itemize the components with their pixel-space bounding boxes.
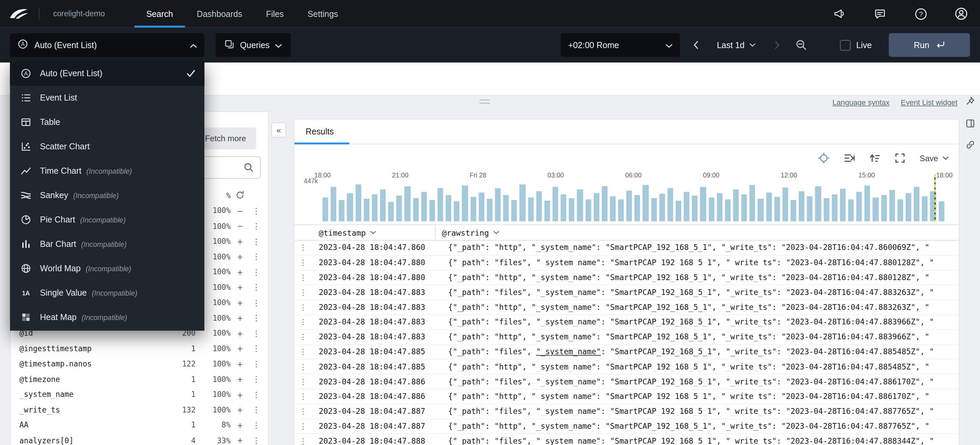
row-menu-button[interactable]: ⋮ (294, 437, 312, 445)
field-menu-button[interactable]: ⋮ (249, 252, 263, 261)
sort-icon[interactable] (870, 153, 881, 163)
field-menu-button[interactable]: ⋮ (249, 206, 263, 216)
view-menu-item-table[interactable]: Table (10, 110, 205, 134)
remove-field-button[interactable]: − (231, 206, 249, 216)
field-menu-button[interactable]: ⋮ (249, 359, 263, 369)
live-checkbox[interactable] (840, 40, 851, 50)
event-row[interactable]: ⋮2023-04-28 18:04:47.883{"_path": "files… (294, 315, 959, 330)
row-menu-button[interactable]: ⋮ (294, 243, 312, 252)
account-icon[interactable] (954, 6, 969, 21)
save-button[interactable]: Save (920, 153, 949, 163)
row-menu-button[interactable]: ⋮ (294, 332, 312, 342)
row-menu-button[interactable]: ⋮ (294, 392, 312, 401)
widgets-panel-icon[interactable] (964, 118, 975, 129)
field-menu-button[interactable]: ⋮ (249, 344, 263, 354)
add-field-button[interactable]: + (231, 298, 249, 307)
next-range-button[interactable] (769, 33, 785, 57)
column-menu-chevron-icon[interactable] (370, 230, 376, 234)
add-field-button[interactable]: + (231, 390, 249, 399)
pin-panel-icon[interactable] (964, 95, 975, 106)
field-menu-button[interactable]: ⋮ (249, 390, 263, 399)
row-menu-button[interactable]: ⋮ (294, 422, 312, 431)
add-field-button[interactable]: + (231, 375, 249, 384)
queries-button[interactable]: Queries (216, 33, 291, 57)
panel-splitter-handle[interactable] (479, 99, 490, 103)
field-menu-button[interactable]: ⋮ (249, 329, 263, 338)
event-row[interactable]: ⋮2023-04-28 18:04:47.885{"_path": "files… (294, 345, 959, 360)
collapse-fields-panel-button[interactable]: « (271, 122, 286, 138)
add-field-button[interactable]: + (231, 252, 249, 261)
view-selector-button[interactable]: A Auto (Event List) (10, 33, 205, 57)
field-row[interactable]: analyzers[0]433%+⋮ (19, 433, 263, 445)
nav-item-settings[interactable]: Settings (296, 0, 350, 27)
messages-icon[interactable] (873, 6, 888, 21)
view-menu-item-time-chart[interactable]: Time Chart(Incompatible) (10, 159, 205, 183)
fullscreen-icon[interactable] (895, 153, 905, 163)
event-row[interactable]: ⋮2023-04-28 18:04:47.887{"_path": "http"… (294, 419, 959, 434)
row-menu-button[interactable]: ⋮ (294, 273, 312, 282)
field-row[interactable]: @ingesttimestamp1100%+⋮ (19, 341, 263, 356)
add-field-button[interactable]: + (231, 237, 249, 246)
add-field-button[interactable]: + (231, 436, 249, 445)
prev-range-button[interactable] (687, 33, 704, 57)
row-menu-button[interactable]: ⋮ (294, 362, 312, 371)
event-row[interactable]: ⋮2023-04-28 18:04:47.880{"_path": "files… (294, 256, 959, 270)
org-name[interactable]: corelight-demo (53, 10, 105, 18)
nav-item-search[interactable]: Search (134, 0, 185, 27)
run-button[interactable]: Run (889, 33, 970, 57)
timezone-select[interactable]: +02:00 Rome (561, 33, 680, 57)
column-menu-chevron-icon[interactable] (493, 230, 500, 234)
help-icon[interactable]: ? (913, 6, 928, 21)
event-list-widget-link[interactable]: Event List widget (901, 98, 957, 107)
field-menu-button[interactable]: ⋮ (249, 298, 263, 307)
row-menu-button[interactable]: ⋮ (294, 258, 312, 267)
field-menu-button[interactable]: ⋮ (249, 237, 263, 246)
highlighted-field-key[interactable]: "_system_name" (536, 348, 601, 356)
row-menu-button[interactable]: ⋮ (294, 348, 312, 356)
field-row[interactable]: _system_name1100%+⋮ (19, 387, 263, 402)
field-menu-button[interactable]: ⋮ (249, 375, 263, 384)
announcements-icon[interactable] (832, 6, 847, 21)
language-syntax-link[interactable]: Language syntax (832, 98, 889, 107)
view-menu-item-bar-chart[interactable]: Bar Chart(Incompatible) (10, 232, 205, 256)
view-menu-item-pie-chart[interactable]: Pie Chart(Incompatible) (10, 208, 205, 232)
field-menu-button[interactable]: ⋮ (249, 221, 263, 231)
field-row[interactable]: _write_ts132100%+⋮ (19, 402, 263, 418)
field-row[interactable]: @timezone1100%+⋮ (19, 372, 263, 387)
link-panel-icon[interactable] (964, 139, 975, 150)
add-field-button[interactable]: + (231, 313, 249, 323)
row-menu-button[interactable]: ⋮ (294, 407, 312, 416)
time-range-select[interactable]: Last 1d (713, 33, 760, 57)
event-histogram[interactable] (322, 182, 944, 221)
event-row[interactable]: ⋮2023-04-28 18:04:47.886{"_path": "http"… (294, 389, 959, 404)
view-menu-item-scatter-chart[interactable]: Scatter Chart (10, 134, 205, 159)
event-row[interactable]: ⋮2023-04-28 18:04:47.883{"_path": "http"… (294, 300, 959, 315)
view-menu-item-world-map[interactable]: World Map(Incompatible) (10, 256, 205, 281)
row-menu-button[interactable]: ⋮ (294, 377, 312, 386)
tab-results[interactable]: Results (294, 119, 345, 144)
view-menu-item-auto-event-list-[interactable]: AAuto (Event List) (10, 61, 205, 86)
remove-field-button[interactable]: − (231, 221, 249, 231)
crosshair-icon[interactable] (818, 153, 830, 164)
field-menu-button[interactable]: ⋮ (249, 421, 263, 430)
event-row[interactable]: ⋮2023-04-28 18:04:47.887{"_path": "files… (294, 404, 959, 419)
field-menu-button[interactable]: ⋮ (249, 267, 263, 277)
add-field-button[interactable]: + (231, 405, 249, 415)
event-row[interactable]: ⋮2023-04-28 18:04:47.883{"_path": "http"… (294, 330, 959, 345)
field-menu-button[interactable]: ⋮ (249, 436, 263, 445)
event-row[interactable]: ⋮2023-04-28 18:04:47.860{"_path": "http"… (294, 241, 959, 256)
field-menu-button[interactable]: ⋮ (249, 405, 263, 415)
field-menu-button[interactable]: ⋮ (249, 313, 263, 323)
add-field-button[interactable]: + (231, 283, 249, 292)
field-row[interactable]: @timestamp.nanos122100%+⋮ (19, 356, 263, 372)
jump-to-end-icon[interactable] (844, 153, 855, 163)
add-field-button[interactable]: + (231, 344, 249, 354)
add-field-button[interactable]: + (231, 359, 249, 369)
event-row[interactable]: ⋮2023-04-28 18:04:47.886{"_path": "files… (294, 375, 959, 389)
event-row[interactable]: ⋮2023-04-28 18:04:47.880{"_path": "http"… (294, 270, 959, 285)
corelight-logo-icon[interactable] (8, 6, 32, 22)
event-row[interactable]: ⋮2023-04-28 18:04:47.888{"_path": "files… (294, 434, 959, 445)
row-menu-button[interactable]: ⋮ (294, 303, 312, 312)
add-field-button[interactable]: + (231, 329, 249, 338)
nav-item-files[interactable]: Files (254, 0, 296, 27)
